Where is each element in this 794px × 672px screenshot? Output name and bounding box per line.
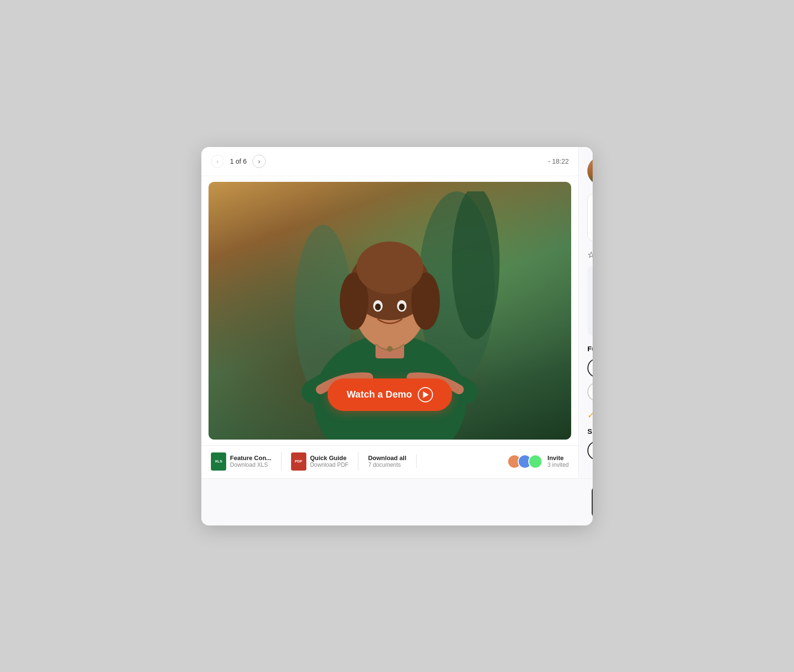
branding-video-play[interactable] [587, 358, 593, 378]
xls-icon: XLS [211, 452, 226, 471]
left-spacer [210, 486, 587, 518]
next-button[interactable]: › [252, 155, 266, 168]
pdf-icon: PDF [291, 452, 306, 471]
doc-pdf-item: PDF Quick Guide Download PDF [291, 452, 359, 471]
prev-button[interactable]: ‹ [211, 155, 224, 168]
download-all-label: Download all [368, 454, 406, 462]
specialist-avatar [587, 157, 593, 185]
watch-demo-play-icon [418, 387, 433, 402]
invite-info: Invite 3 invited [547, 454, 569, 468]
svg-point-1 [452, 191, 500, 339]
branding-tour-btn[interactable]: ⓘ [587, 382, 593, 401]
hero-image: Watch a Demo [209, 182, 571, 440]
feature-ransomware-title: Simulate ransomware [587, 427, 593, 435]
specialist-card: Meghan Lee Product Specialist Contact me [587, 157, 593, 185]
feature-branding-card: Full customization and branding Video 7 … [587, 344, 593, 402]
bottom-bar: XLS Feature Con... Download XLS PDF Quic… [201, 445, 578, 477]
svg-point-9 [356, 242, 423, 294]
nav-controls: ‹ 1 of 6 › [211, 155, 266, 168]
avatar-3 [528, 454, 543, 469]
doc-pdf-name: Quick Guide [310, 454, 349, 462]
doc-pdf-info: Quick Guide Download PDF [310, 454, 349, 468]
star-icon: ☆ [587, 250, 593, 260]
right-panel: Meghan Lee Product Specialist Contact me… [578, 147, 593, 478]
ransomware-video-play[interactable] [587, 441, 593, 460]
branding-video-item[interactable]: Video 7 min [587, 358, 593, 378]
left-panel: ‹ 1 of 6 › - 18:22 [201, 147, 578, 478]
svg-point-12 [375, 304, 381, 310]
nav-counter: 1 of 6 [230, 158, 247, 165]
bottom-actions: Knowledge base Invite others [201, 478, 593, 525]
download-all-count: 7 documents [368, 462, 406, 468]
svg-point-13 [399, 304, 405, 310]
very-important-header: ☆ Very important [587, 250, 593, 260]
play-triangle [423, 391, 429, 398]
invite-label: Invite [547, 454, 569, 462]
invite-section: Invite 3 invited [507, 454, 569, 469]
nav-timer: - 18:22 [548, 158, 569, 165]
doc-xls-item: XLS Feature Con... Download XLS [211, 452, 282, 471]
branding-tour-item[interactable]: ⓘ Take a tour Interactive [587, 382, 593, 401]
watch-demo-label: Watch a Demo [346, 389, 412, 400]
invite-count: 3 invited [547, 462, 569, 468]
watch-demo-button[interactable]: Watch a Demo [327, 378, 452, 411]
download-all-item[interactable]: Download all 7 documents [368, 454, 416, 468]
invited-avatars [507, 454, 543, 469]
feature-ransomware-card: Simulate ransomware Video 2 min [587, 426, 593, 461]
avatar-face [587, 157, 593, 185]
feature-branding-title: Full customization and branding [587, 345, 593, 353]
nav-bar: ‹ 1 of 6 › - 18:22 [201, 147, 578, 176]
doc-xls-info: Feature Con... Download XLS [230, 454, 272, 468]
message-box: Here's your customized demo, Cary. Reach… [587, 194, 593, 241]
knowledge-base-button[interactable]: Knowledge base [592, 486, 593, 518]
doc-xls-action[interactable]: Download XLS [230, 462, 272, 468]
ransomware-video-item[interactable]: Video 2 min [587, 441, 593, 460]
feature-realtime-card: Respond to real time threats Video 7 min… [587, 266, 593, 336]
check-icon: ✓ [587, 410, 593, 420]
doc-xls-name: Feature Con... [230, 454, 272, 462]
svg-point-14 [387, 346, 393, 352]
somewhat-important-header: ✓ Somewhat important [587, 410, 593, 420]
doc-pdf-action[interactable]: Download PDF [310, 462, 349, 468]
